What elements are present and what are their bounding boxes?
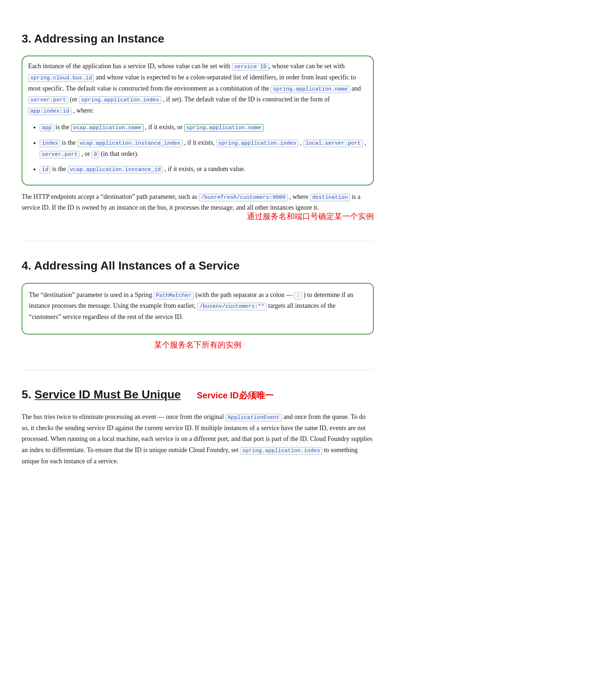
- code-spring-app-name-2: spring.application.name: [184, 124, 263, 132]
- section4-title: 4. Addressing All Instances of a Service: [22, 256, 374, 275]
- bullet-id: id is the vcap.application.instance_id ,…: [40, 163, 367, 175]
- section3-para1: Each instance of the application has a s…: [28, 61, 367, 116]
- code-pathmatcher: PathMatcher: [154, 292, 194, 299]
- code-server-port-2: server.port: [40, 151, 80, 158]
- code-vcap-instance-id: vcap.application.instance_id: [68, 166, 163, 174]
- section5-para1: The bus tries twice to eliminate process…: [22, 411, 374, 467]
- section-3: 3. Addressing an Instance Each instance …: [22, 29, 374, 223]
- code-app: app: [40, 124, 54, 132]
- annotation-section3: 通过服务名和端口号确定某一个实例: [247, 210, 374, 223]
- section5-title: 5. Service ID Must Be Unique Service ID必…: [22, 385, 374, 404]
- code-application-event: ApplicationEvent: [226, 414, 282, 421]
- section4-para1: The “destination” parameter is used in a…: [29, 289, 367, 323]
- code-spring-app-name-1: spring.application.name: [271, 86, 350, 93]
- code-service-id: service ID: [232, 63, 269, 71]
- code-server-port-1: server.port: [28, 96, 68, 104]
- section3-green-box: Each instance of the application has a s…: [22, 56, 374, 185]
- code-index: index: [40, 140, 60, 147]
- annotation-section4: 某个服务名下所有的实例: [22, 338, 374, 351]
- section3-title: 3. Addressing an Instance: [22, 29, 374, 48]
- code-local-server-port: local.server.port: [303, 140, 363, 147]
- section5-title-annotation: Service ID必须唯一: [197, 390, 273, 400]
- code-destination: destination: [310, 194, 350, 201]
- section3-para2: The HTTP endpoints accept a “destination…: [22, 191, 374, 223]
- section-5: 5. Service ID Must Be Unique Service ID必…: [22, 385, 374, 467]
- code-spring-cloud-bus-id: spring.cloud.bus.id: [28, 74, 94, 82]
- code-spring-app-index-2: spring.application.index: [216, 140, 298, 147]
- bullet-index: index is the vcap.application.instance_i…: [40, 137, 367, 159]
- code-spring-app-index-3: spring.application.index: [240, 447, 322, 455]
- divider-2: [22, 370, 374, 370]
- code-app-index-id: app:index:id: [28, 108, 71, 115]
- code-spring-app-index-1: spring.application.index: [79, 96, 161, 104]
- code-zero: 0: [92, 151, 99, 158]
- section4-green-box: The “destination” parameter is used in a…: [22, 283, 374, 335]
- code-busrefresh: /busrefresh/customers:9000: [199, 194, 288, 201]
- code-vcap-instance-index: vcap.application.instance_index: [78, 140, 183, 147]
- code-colon: :: [294, 292, 302, 299]
- divider-1: [22, 241, 374, 241]
- section-4: 4. Addressing All Instances of a Service…: [22, 256, 374, 352]
- bullet-app: app is the vcap.application.name , if it…: [40, 122, 367, 133]
- code-id: id: [40, 166, 51, 174]
- code-busenv: /busenv/customers:**: [197, 303, 267, 310]
- code-vcap-app-name: vcap.application.name: [71, 124, 144, 132]
- section3-bullet-list: app is the vcap.application.name , if it…: [40, 122, 367, 174]
